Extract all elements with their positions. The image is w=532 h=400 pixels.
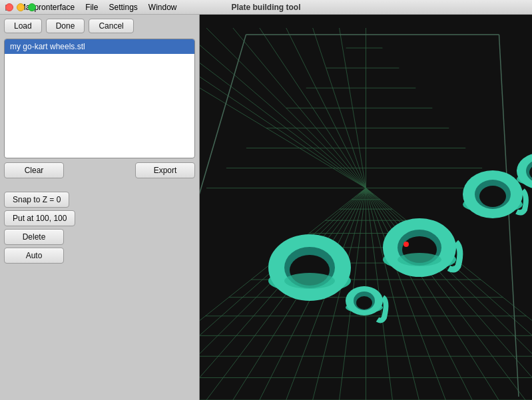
clear-button[interactable]: Clear bbox=[4, 162, 64, 178]
menu-window[interactable]: Window bbox=[143, 0, 182, 15]
toolbar-row: Load Done Cancel bbox=[4, 19, 195, 33]
svg-point-17 bbox=[479, 186, 506, 207]
delete-button[interactable]: Delete bbox=[4, 229, 64, 245]
minimize-button[interactable] bbox=[17, 3, 25, 11]
load-button[interactable]: Load bbox=[4, 19, 42, 33]
separator bbox=[4, 181, 195, 186]
maximize-button[interactable] bbox=[28, 3, 36, 11]
svg-point-4 bbox=[284, 273, 335, 289]
window-title: Plate building tool bbox=[232, 3, 301, 12]
traffic-lights bbox=[5, 3, 36, 11]
wheel-1 bbox=[268, 234, 351, 301]
file-list[interactable]: my go-kart wheels.stl bbox=[4, 39, 195, 158]
wheel-4 bbox=[463, 170, 526, 218]
snap-button[interactable]: Snap to Z = 0 bbox=[4, 192, 69, 208]
wheel-2 bbox=[346, 286, 386, 320]
red-dot bbox=[403, 242, 409, 247]
list-buttons-row: Clear Export bbox=[4, 162, 195, 178]
cancel-button[interactable]: Cancel bbox=[89, 19, 133, 33]
svg-point-8 bbox=[356, 296, 372, 309]
done-button[interactable]: Done bbox=[46, 19, 85, 33]
viewport[interactable] bbox=[200, 15, 532, 400]
file-list-item[interactable]: my go-kart wheels.stl bbox=[5, 39, 194, 54]
action-buttons: Snap to Z = 0 Put at 100, 100 Delete Aut… bbox=[4, 192, 195, 264]
left-panel: Load Done Cancel my go-kart wheels.stl C… bbox=[0, 15, 200, 400]
close-button[interactable] bbox=[5, 3, 13, 11]
titlebar:  Macpronterface File Settings Window Pl… bbox=[0, 0, 532, 15]
menu-file[interactable]: File bbox=[80, 0, 103, 15]
scene-svg bbox=[200, 15, 532, 400]
svg-point-13 bbox=[398, 253, 441, 266]
put-button[interactable]: Put at 100, 100 bbox=[4, 210, 75, 226]
export-button[interactable]: Export bbox=[135, 162, 195, 178]
main-layout: Load Done Cancel my go-kart wheels.stl C… bbox=[0, 15, 532, 400]
auto-button[interactable]: Auto bbox=[4, 248, 64, 264]
objects-container bbox=[200, 15, 532, 400]
wheel-3 bbox=[383, 218, 460, 277]
menu-settings[interactable]: Settings bbox=[103, 0, 142, 15]
